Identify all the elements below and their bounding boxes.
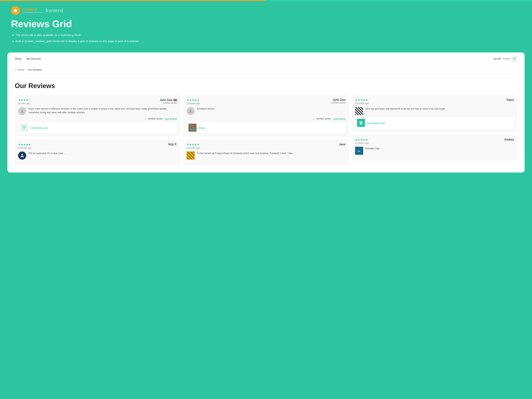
shoes-icon-2: 👟 bbox=[190, 126, 195, 130]
star-1-4: ★ bbox=[26, 98, 28, 102]
avatar-person-icon-4 bbox=[19, 153, 25, 158]
review-author-verified-2: (verified owner) bbox=[331, 101, 345, 104]
review-author-2: John Doe (verified owner) bbox=[331, 98, 345, 104]
review-author-name-6: Andrea bbox=[504, 138, 514, 141]
nav-my-account[interactable]: My account bbox=[26, 57, 41, 60]
review-card-2: ★ ★ ★ ★ ★ 3 months ago John Doe (verifie… bbox=[183, 95, 349, 137]
product-link-row-2[interactable]: 👟 Shoes bbox=[187, 122, 345, 133]
product-name-3[interactable]: Long Sleeve Tee bbox=[367, 121, 385, 124]
product-thumb-2: 👟 bbox=[188, 124, 196, 132]
review-author-3: Salvo bbox=[507, 98, 514, 101]
review-header-6: ★ ★ ★ ★ ★ 6 months ago Andrea bbox=[355, 138, 514, 145]
review-text-2: Excellent shoes! bbox=[197, 107, 215, 115]
top-bar: CUSREV CUSTOMER REVIEWS frontend Reviews… bbox=[0, 1, 532, 52]
review-avatar-5 bbox=[187, 152, 195, 160]
star-5-1: ★ bbox=[187, 143, 189, 146]
nav-links: Shop My account bbox=[15, 57, 41, 60]
star-3-1: ★ bbox=[355, 98, 358, 102]
logo-name: CUSREV bbox=[22, 8, 43, 12]
nav: Shop My account £0.00 0 items 🛒 bbox=[7, 52, 525, 65]
svg-point-3 bbox=[190, 109, 191, 111]
star-4-2: ★ bbox=[21, 143, 23, 146]
logo-name-rev: REV bbox=[30, 8, 37, 12]
review-card-5: ★ ★ ★ ★ ★ 5 months ago Jane bbox=[183, 139, 349, 165]
review-time-4: 6 months ago bbox=[18, 147, 32, 149]
nav-shop[interactable]: Shop bbox=[15, 57, 21, 60]
star-6-5: ★ bbox=[365, 138, 368, 141]
star-6-4: ★ bbox=[363, 138, 365, 141]
cart-items-count: 0 items bbox=[503, 57, 510, 60]
verified-row-1: ✓ Verified review - view original bbox=[18, 117, 177, 120]
review-body-1: Have order around 4 different versions o… bbox=[18, 107, 177, 115]
logo-badge bbox=[11, 6, 20, 15]
star-logo-icon bbox=[13, 8, 18, 13]
cart-area: £0.00 0 items 🛒 bbox=[494, 56, 517, 61]
view-original-link-1[interactable]: view original bbox=[165, 117, 177, 120]
review-author-name-5: Jane bbox=[339, 143, 345, 146]
verified-label-1: Verified review - bbox=[148, 117, 164, 120]
star-4-1: ★ bbox=[18, 143, 21, 146]
cart-price: £0.00 bbox=[494, 57, 501, 60]
reviews-col-1: ★ ★ ★ ★ ★ 18 mins ago John Doe 🇬🇧 bbox=[15, 95, 180, 165]
reviews-grid: ★ ★ ★ ★ ★ 18 mins ago John Doe 🇬🇧 bbox=[15, 95, 517, 165]
review-avatar-3 bbox=[355, 107, 363, 115]
star-3-5: ★ bbox=[365, 98, 368, 102]
star-2-3: ★ bbox=[192, 98, 194, 102]
star-4-3: ★ bbox=[23, 143, 26, 146]
star-5-5: ★ bbox=[197, 143, 200, 146]
reviews-col-2: ★ ★ ★ ★ ★ 3 months ago John Doe (verifie… bbox=[183, 95, 349, 165]
svg-marker-0 bbox=[13, 8, 18, 12]
star-2-2: ★ bbox=[189, 98, 192, 102]
main-card: Shop My account £0.00 0 items 🛒 ⌂ Home ›… bbox=[7, 52, 525, 172]
frontend-label: frontend bbox=[46, 8, 63, 13]
breadcrumb-home-link[interactable]: Home bbox=[18, 68, 24, 71]
star-5-3: ★ bbox=[192, 143, 194, 146]
stars-row-2: ★ ★ ★ ★ ★ bbox=[187, 98, 200, 102]
star-1-5: ★ bbox=[28, 98, 31, 102]
bullet-1: The shortcode is also available as a Gut… bbox=[16, 33, 521, 37]
product-name-1[interactable]: T-Shirt with Logo bbox=[30, 126, 48, 129]
review-author-name-3: Salvo bbox=[507, 98, 514, 101]
bullet-2: Built-in [cusrev_reviews_grid] shortcode… bbox=[16, 39, 521, 43]
review-header-2: ★ ★ ★ ★ ★ 3 months ago John Doe (verifie… bbox=[187, 98, 345, 105]
star-3-3: ★ bbox=[360, 98, 363, 102]
review-avatar-4 bbox=[18, 152, 26, 160]
reviews-col-3: ★ ★ ★ ★ ★ 5 months ago Salvo bbox=[352, 95, 517, 165]
logo-area: CUSREV CUSTOMER REVIEWS frontend bbox=[11, 6, 521, 15]
star-4-5: ★ bbox=[28, 143, 31, 146]
review-card-4: ★ ★ ★ ★ ★ 6 months ago Rob P. bbox=[15, 139, 180, 165]
review-avatar-2 bbox=[187, 107, 195, 115]
feature-bullets: The shortcode is also available as a Gut… bbox=[11, 33, 521, 43]
cart-icon[interactable]: 🛒 bbox=[512, 56, 517, 61]
view-original-link-2[interactable]: view original bbox=[333, 117, 345, 120]
breadcrumb-current: Our Reviews bbox=[28, 68, 42, 71]
review-author-name-1: John Doe 🇬🇧 bbox=[160, 98, 177, 102]
star-1-3: ★ bbox=[23, 98, 26, 102]
star-3-2: ★ bbox=[358, 98, 360, 102]
stars-row-5: ★ ★ ★ ★ ★ bbox=[187, 143, 200, 146]
home-icon: ⌂ bbox=[15, 68, 16, 71]
review-author-verified-1: (verified owner) bbox=[160, 102, 177, 104]
flag-1: 🇬🇧 bbox=[173, 98, 177, 101]
product-link-row-1[interactable]: 👕 T-Shirt with Logo bbox=[18, 122, 177, 133]
review-text-1: Have order around 4 different versions o… bbox=[28, 107, 177, 115]
review-time-5: 5 months ago bbox=[187, 147, 200, 149]
tshirt-icon-1: 👕 bbox=[22, 126, 26, 130]
avatar-person-icon-1 bbox=[19, 108, 25, 114]
review-body-2: Excellent shoes! bbox=[187, 107, 345, 115]
tshirt-icon-3: 👕 bbox=[359, 121, 363, 125]
review-author-name-4: Rob P. bbox=[168, 143, 177, 146]
avatar-person-icon-2 bbox=[188, 108, 193, 114]
review-header-5: ★ ★ ★ ★ ★ 5 months ago Jane bbox=[187, 143, 345, 149]
product-thumb-1: 👕 bbox=[20, 124, 28, 132]
logo-name-cus: CUS bbox=[22, 8, 30, 12]
review-time-2: 3 months ago bbox=[187, 102, 200, 105]
star-2-1: ★ bbox=[187, 98, 189, 102]
product-link-row-3[interactable]: 👕 Long Sleeve Tee bbox=[355, 117, 514, 128]
star-2-4: ★ bbox=[194, 98, 197, 102]
review-body-6: 🐟 Excellen cap! bbox=[355, 147, 514, 155]
logo-text: CUSREV CUSTOMER REVIEWS bbox=[22, 8, 43, 13]
star-6-1: ★ bbox=[355, 138, 358, 141]
product-name-2[interactable]: Shoes bbox=[198, 126, 205, 129]
page-title: Reviews Grid bbox=[11, 18, 521, 29]
